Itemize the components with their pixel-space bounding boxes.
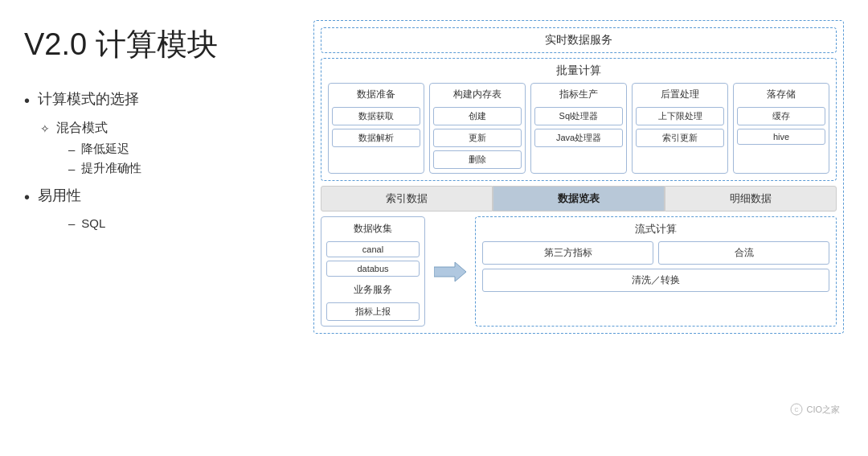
- diamond-icon: ✧: [40, 122, 50, 135]
- sub-label-mixed: 混合模式: [56, 120, 108, 137]
- outer-container: 实时数据服务 批量计算 数据准备 数据获取 数据解析 构建内存表 创建 更新 删…: [313, 20, 844, 334]
- col-item-3-1: 索引更新: [636, 129, 724, 147]
- col-title-1: 构建内存表: [453, 88, 502, 101]
- col-item-1-0: 创建: [433, 107, 522, 125]
- col-item-2-1: Java处理器: [534, 129, 623, 147]
- right-arrow-icon: [434, 261, 466, 283]
- col-title-3: 后置处理: [661, 88, 699, 101]
- sql-label: SQL: [81, 216, 105, 230]
- subsub-label-2: 提升准确性: [81, 161, 141, 176]
- dash-icon-2: –: [68, 162, 75, 175]
- bullet-dot-1: •: [24, 89, 30, 112]
- subsub-label-1: 降低延迟: [81, 142, 129, 157]
- col-data-prep: 数据准备 数据获取 数据解析: [328, 83, 424, 174]
- bottom-section: 数据收集 canal databus 业务服务 指标上报 流式计算 第三方指标 …: [321, 216, 837, 327]
- left-panel: V2.0 计算模块 • 计算模式的选择 ✧ 混合模式 – 降低延迟 – 提升准确…: [24, 16, 297, 440]
- watermark-text: CIO之家: [806, 404, 840, 416]
- stream-cleanse: 清洗／转换: [482, 269, 829, 292]
- service-title: 业务服务: [354, 283, 392, 297]
- sub-item-mixed: ✧ 混合模式: [40, 120, 297, 137]
- col-storage: 落存储 缓存 hive: [733, 83, 829, 174]
- col-item-2-0: Sql处理器: [534, 107, 623, 125]
- subsub-sql: – SQL: [68, 216, 297, 230]
- browse-detail: 明细数据: [665, 186, 837, 212]
- service-report: 指标上报: [326, 302, 420, 321]
- bullet-label-2: 易用性: [38, 186, 81, 205]
- bullet-section: • 计算模式的选择 ✧ 混合模式 – 降低延迟 – 提升准确性 • 易用性 – …: [24, 89, 297, 230]
- stream-row-1: 第三方指标 合流: [482, 241, 829, 265]
- collect-databus: databus: [326, 261, 420, 277]
- realtime-bar: 实时数据服务: [321, 27, 837, 53]
- arrow-box: [430, 216, 470, 327]
- stream-third-metric: 第三方指标: [482, 241, 653, 265]
- col-metric-prod: 指标生产 Sql处理器 Java处理器: [530, 83, 627, 174]
- batch-title: 批量计算: [328, 64, 829, 78]
- svg-text:C: C: [795, 407, 799, 413]
- subsub-item-1: – 降低延迟: [68, 142, 297, 157]
- col-item-4-0: 缓存: [737, 107, 825, 125]
- stream-row-2: 清洗／转换: [482, 269, 829, 292]
- col-item-1-2: 删除: [433, 150, 522, 169]
- col-title-0: 数据准备: [357, 88, 395, 101]
- col-item-4-1: hive: [737, 129, 825, 145]
- page-title: V2.0 计算模块: [24, 24, 297, 65]
- col-mem-table: 构建内存表 创建 更新 删除: [429, 83, 526, 174]
- right-panel: 实时数据服务 批量计算 数据准备 数据获取 数据解析 构建内存表 创建 更新 删…: [297, 16, 844, 440]
- data-collect-box: 数据收集 canal databus 业务服务 指标上报: [321, 216, 425, 327]
- batch-section: 批量计算 数据准备 数据获取 数据解析 构建内存表 创建 更新 删除 指标生: [321, 58, 837, 181]
- browse-index: 索引数据: [321, 186, 493, 212]
- dash-icon-1: –: [68, 142, 75, 156]
- col-title-2: 指标生产: [559, 88, 598, 101]
- col-item-3-0: 上下限处理: [636, 107, 724, 125]
- subsub-item-2: – 提升准确性: [68, 161, 297, 176]
- col-title-4: 落存储: [767, 88, 796, 101]
- col-item-1-1: 更新: [433, 129, 522, 147]
- realtime-label: 实时数据服务: [545, 33, 612, 46]
- watermark-icon: C: [790, 403, 803, 416]
- stream-title: 流式计算: [482, 222, 829, 236]
- bullet-item-1: • 计算模式的选择: [24, 89, 297, 112]
- col-post-proc: 后置处理 上下限处理 索引更新: [632, 83, 728, 174]
- bullet-dot-2: •: [24, 186, 30, 208]
- svg-marker-0: [434, 262, 466, 281]
- bullet-item-2: • 易用性: [24, 186, 297, 208]
- data-browse-row: 索引数据 数据览表 明细数据: [321, 186, 837, 212]
- stream-merge: 合流: [658, 241, 829, 265]
- collect-title: 数据收集: [354, 222, 392, 236]
- collect-canal: canal: [326, 241, 420, 257]
- watermark: C CIO之家: [790, 403, 840, 416]
- stream-section: 流式计算 第三方指标 合流 清洗／转换: [475, 216, 837, 327]
- browse-main: 数据览表: [493, 186, 665, 212]
- batch-columns: 数据准备 数据获取 数据解析 构建内存表 创建 更新 删除 指标生产 Sql处理…: [328, 83, 829, 174]
- bullet-label-1: 计算模式的选择: [38, 89, 139, 109]
- col-item-0-1: 数据解析: [332, 129, 420, 147]
- col-item-0-0: 数据获取: [332, 107, 420, 125]
- dash-sql: –: [68, 216, 75, 230]
